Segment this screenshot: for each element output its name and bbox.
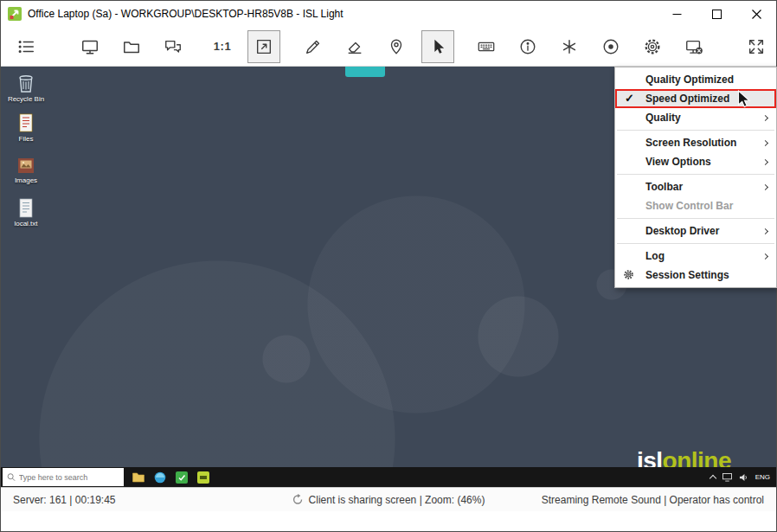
- text-file-icon: [16, 198, 35, 219]
- system-tray: ENG: [710, 473, 776, 482]
- monitor-icon: [80, 37, 100, 56]
- desktop-icon-files[interactable]: Files: [5, 113, 47, 143]
- desktop-icon-recycle-bin[interactable]: Recycle Bin: [5, 74, 47, 103]
- desktop-icon-label: Recycle Bin: [5, 95, 47, 103]
- tray-speaker-icon[interactable]: [739, 473, 748, 482]
- location-pin-icon: [387, 37, 406, 56]
- submenu-arrow-icon: [762, 139, 768, 145]
- record-button[interactable]: [594, 30, 627, 63]
- menu-item-toolbar[interactable]: Toolbar: [615, 177, 776, 196]
- maximize-button[interactable]: [697, 1, 736, 27]
- menu-item-speed-optimized[interactable]: ✓ Speed Optimized: [615, 89, 776, 108]
- chat-button[interactable]: [157, 30, 189, 63]
- taskbar-app-green-icon[interactable]: [176, 471, 188, 484]
- tools-button[interactable]: [553, 30, 586, 63]
- close-icon: [752, 10, 761, 19]
- recycle-bin-icon: [16, 74, 35, 94]
- files-icon: [16, 113, 35, 134]
- scale-label: 1:1: [214, 40, 231, 53]
- images-icon: [16, 157, 35, 176]
- settings-gear-button[interactable]: [636, 30, 669, 63]
- menu-item-desktop-driver[interactable]: Desktop Driver: [615, 221, 776, 240]
- search-input[interactable]: [19, 473, 119, 482]
- tray-display-icon[interactable]: [722, 473, 732, 482]
- close-button[interactable]: [736, 1, 776, 27]
- fullscreen-button[interactable]: [740, 30, 773, 63]
- status-server-timer: Server: 161 | 00:19:45: [13, 494, 116, 506]
- info-icon: [518, 37, 537, 56]
- pen-icon: [304, 37, 323, 56]
- annotate-pen-button[interactable]: [297, 30, 330, 63]
- menu-item-quality-optimized[interactable]: Quality Optimized: [615, 70, 776, 89]
- isl-light-window: Office Laptop (Sa) - WORKGROUP\DESKTOP-H…: [0, 0, 777, 532]
- titlebar: Office Laptop (Sa) - WORKGROUP\DESKTOP-H…: [1, 1, 776, 27]
- desktop-icon-label: local.txt: [5, 220, 47, 228]
- settings-dropdown-menu: Quality Optimized ✓ Speed Optimized Qual…: [614, 67, 777, 288]
- monitor-close-icon: [684, 37, 703, 56]
- taskbar-app-browser-icon[interactable]: [154, 471, 166, 484]
- desktop-view-button[interactable]: [74, 30, 106, 63]
- submenu-arrow-icon: [762, 158, 768, 164]
- toolbar: 1:1: [1, 27, 776, 67]
- submenu-arrow-icon: [762, 114, 768, 120]
- menu-separator: [617, 174, 774, 175]
- taskbar-app-folder-icon[interactable]: [132, 471, 144, 483]
- sharing-refresh-icon: [292, 494, 304, 505]
- menu-item-show-control-bar[interactable]: Show Control Bar: [615, 196, 776, 215]
- submenu-arrow-icon: [762, 183, 768, 189]
- eraser-button[interactable]: [338, 30, 371, 63]
- pointer-pin-button[interactable]: [380, 30, 413, 63]
- menu-item-log[interactable]: Log: [615, 247, 776, 266]
- window-title: Office Laptop (Sa) - WORKGROUP\DESKTOP-H…: [28, 8, 344, 20]
- list-menu-icon: [16, 37, 35, 56]
- checkmark-icon: ✓: [625, 92, 634, 105]
- session-menu-button[interactable]: [10, 30, 42, 63]
- menu-separator: [617, 218, 774, 219]
- desktop-icon-label: Files: [5, 135, 47, 143]
- menu-separator: [617, 130, 774, 131]
- search-icon: [7, 472, 16, 482]
- desktop-icon-images[interactable]: Images: [5, 157, 47, 184]
- scale-1to1-button[interactable]: 1:1: [206, 30, 239, 63]
- folder-icon: [122, 37, 141, 56]
- file-transfer-button[interactable]: [115, 30, 148, 63]
- taskbar-app-yellowgreen-icon[interactable]: [197, 471, 209, 484]
- menu-item-view-options[interactable]: View Options: [615, 152, 776, 171]
- menu-separator: [617, 243, 774, 244]
- menu-item-screen-resolution[interactable]: Screen Resolution: [615, 133, 776, 152]
- fullscreen-expand-icon: [747, 37, 766, 56]
- disconnect-desktop-button[interactable]: [677, 30, 710, 63]
- desktop-icon-label: Images: [5, 176, 47, 184]
- tray-chevron-up-icon[interactable]: [709, 475, 716, 482]
- gear-icon: [643, 37, 662, 56]
- info-button[interactable]: [511, 30, 544, 63]
- cursor-arrow-icon: [428, 37, 447, 56]
- eraser-icon: [345, 37, 364, 56]
- control-bar-tab[interactable]: [345, 67, 385, 77]
- fit-screen-icon: [254, 37, 273, 56]
- keyboard-button[interactable]: [470, 30, 503, 63]
- taskbar-search[interactable]: [3, 468, 124, 486]
- maximize-icon: [712, 10, 722, 19]
- record-target-icon: [601, 37, 620, 56]
- asterisk-tools-icon: [560, 37, 579, 56]
- fit-screen-button[interactable]: [247, 30, 280, 63]
- app-icon: [8, 7, 22, 21]
- submenu-arrow-icon: [762, 228, 768, 234]
- status-sound-control: Streaming Remote Sound | Operator has co…: [542, 494, 764, 506]
- minimize-icon: [672, 10, 682, 19]
- menu-item-quality[interactable]: Quality: [615, 108, 776, 127]
- tray-language[interactable]: ENG: [755, 473, 770, 481]
- gear-icon: [623, 269, 634, 280]
- keyboard-icon: [477, 37, 496, 56]
- status-sharing-zoom: Client is sharing screen | Zoom: (46%): [309, 494, 485, 506]
- desktop-icon-local-txt[interactable]: local.txt: [5, 198, 47, 228]
- minimize-button[interactable]: [657, 1, 697, 27]
- menu-item-session-settings[interactable]: Session Settings: [615, 266, 776, 285]
- chat-bubbles-icon: [164, 37, 183, 56]
- submenu-arrow-icon: [762, 253, 768, 259]
- remote-taskbar: ENG: [1, 467, 776, 487]
- cursor-select-button[interactable]: [421, 30, 454, 63]
- statusbar: Server: 161 | 00:19:45 Client is sharing…: [1, 487, 776, 511]
